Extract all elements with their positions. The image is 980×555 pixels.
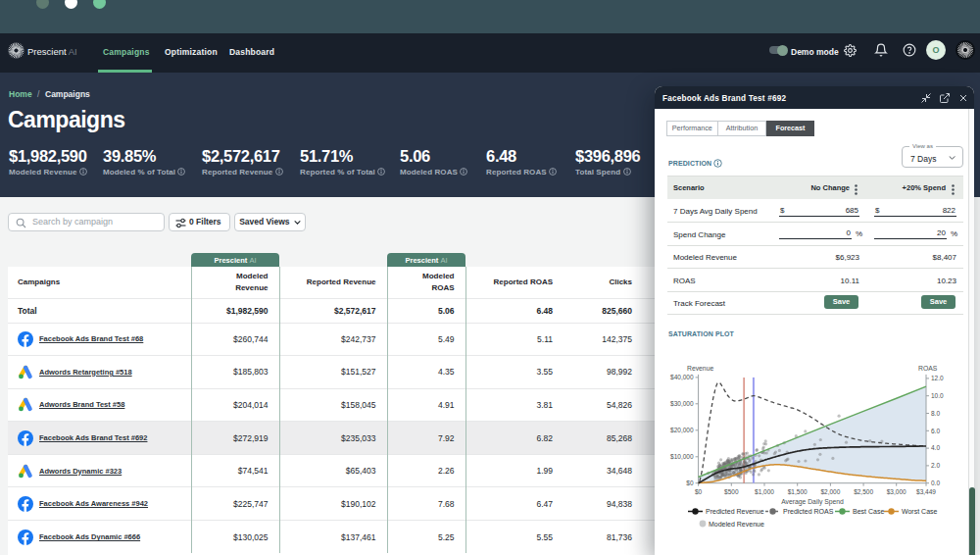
svg-text:$30,000: $30,000 — [670, 400, 694, 407]
svg-text:$0: $0 — [695, 488, 703, 495]
svg-text:ROAS: ROAS — [918, 365, 938, 372]
svg-text:$0: $0 — [686, 479, 694, 486]
svg-text:$40,000: $40,000 — [670, 374, 694, 380]
svg-text:Best Case: Best Case — [853, 508, 884, 515]
svg-text:4.0: 4.0 — [931, 444, 940, 451]
svg-text:$1,000: $1,000 — [755, 488, 774, 495]
svg-text:Average Daily Spend: Average Daily Spend — [781, 498, 844, 506]
svg-text:12.0: 12.0 — [931, 375, 944, 381]
svg-text:8.0: 8.0 — [931, 410, 940, 417]
svg-text:$10,000: $10,000 — [670, 453, 694, 460]
svg-text:$1,500: $1,500 — [788, 488, 808, 495]
svg-text:6.0: 6.0 — [931, 428, 940, 434]
svg-text:$2,000: $2,000 — [820, 488, 840, 495]
svg-text:10.0: 10.0 — [931, 392, 944, 399]
svg-text:Worst Case: Worst Case — [902, 508, 938, 515]
svg-text:$3,000: $3,000 — [887, 488, 906, 495]
svg-text:$2,500: $2,500 — [854, 488, 873, 495]
svg-text:Predicted Revenue: Predicted Revenue — [706, 508, 764, 515]
svg-text:$20,000: $20,000 — [670, 427, 694, 433]
svg-text:Predicted ROAS: Predicted ROAS — [783, 508, 834, 515]
svg-text:$3,449: $3,449 — [916, 488, 936, 495]
svg-text:0.0: 0.0 — [931, 479, 940, 486]
svg-text:$500: $500 — [724, 488, 739, 495]
svg-text:2.0: 2.0 — [931, 462, 940, 469]
svg-text:Revenue: Revenue — [687, 365, 713, 372]
svg-text:Modeled Revenue: Modeled Revenue — [709, 521, 764, 528]
